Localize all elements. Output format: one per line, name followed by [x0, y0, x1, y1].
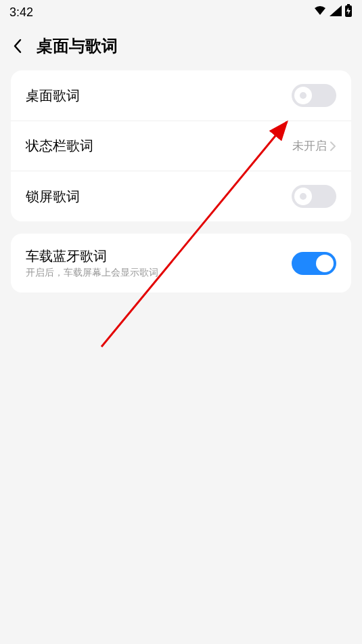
page-title: 桌面与歌词	[37, 35, 118, 57]
wifi-icon	[313, 5, 327, 20]
row-lockscreen-lyrics[interactable]: 锁屏歌词	[11, 171, 351, 221]
toggle-car-bluetooth-lyrics[interactable]	[292, 252, 336, 275]
row-sublabel: 开启后，车载屏幕上会显示歌词	[26, 267, 158, 279]
battery-icon	[344, 4, 353, 21]
toggle-desktop-lyrics[interactable]	[292, 84, 336, 107]
back-icon[interactable]	[9, 38, 26, 54]
status-icons	[313, 4, 353, 21]
status-time: 3:42	[9, 5, 33, 20]
signal-icon	[330, 5, 342, 20]
settings-group-1: 桌面歌词 状态栏歌词 未开启 锁屏歌词	[11, 70, 351, 221]
svg-rect-0	[347, 4, 350, 5]
header: 桌面与歌词	[0, 24, 362, 70]
row-label: 桌面歌词	[26, 87, 80, 105]
chevron-right-icon	[330, 141, 336, 152]
row-statusbar-lyrics[interactable]: 状态栏歌词 未开启	[11, 121, 351, 171]
row-value: 未开启	[292, 138, 327, 154]
row-label: 状态栏歌词	[26, 137, 93, 155]
toggle-lockscreen-lyrics[interactable]	[292, 185, 336, 208]
row-label: 锁屏歌词	[26, 188, 80, 206]
status-bar: 3:42	[0, 0, 362, 24]
row-desktop-lyrics[interactable]: 桌面歌词	[11, 70, 351, 121]
row-car-bluetooth-lyrics[interactable]: 车载蓝牙歌词 开启后，车载屏幕上会显示歌词	[11, 234, 351, 293]
settings-group-2: 车载蓝牙歌词 开启后，车载屏幕上会显示歌词	[11, 234, 351, 293]
row-label: 车载蓝牙歌词	[26, 247, 158, 265]
